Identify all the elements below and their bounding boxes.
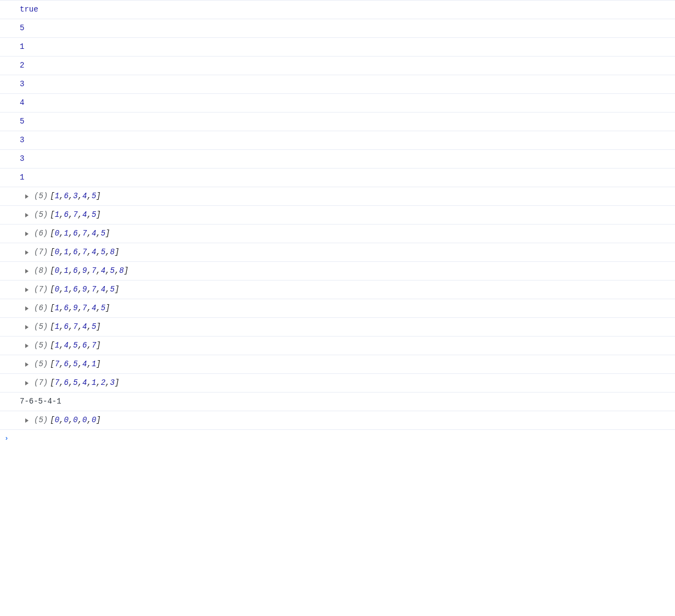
array-comma: , xyxy=(96,284,100,295)
array-item: 4 xyxy=(101,284,105,295)
expand-triangle-icon[interactable] xyxy=(25,269,29,273)
array-item: 6 xyxy=(64,321,68,333)
array-length: (5) xyxy=(34,209,48,221)
array-comma: , xyxy=(69,228,73,239)
array-open-bracket: [ xyxy=(50,284,54,295)
array-item: 5 xyxy=(101,303,105,314)
console-row: 5 xyxy=(0,19,675,38)
boolean-value: true xyxy=(20,4,38,15)
console-row[interactable]: (7) [0, 1, 6, 9, 7, 4, 5] xyxy=(0,281,675,299)
array-open-bracket: [ xyxy=(50,303,54,314)
array-comma: , xyxy=(69,340,73,351)
array-item: 5 xyxy=(92,321,96,333)
array-comma: , xyxy=(59,265,64,277)
array-comma: , xyxy=(59,359,64,370)
console-row[interactable]: (5) [1, 6, 7, 4, 5] xyxy=(0,206,675,225)
array-comma: , xyxy=(78,284,82,295)
array-item: 1 xyxy=(64,228,68,239)
array-item: 2 xyxy=(101,377,105,389)
array-comma: , xyxy=(87,247,91,258)
array-comma: , xyxy=(69,359,73,370)
array-item: 5 xyxy=(101,247,105,258)
array-close-bracket: ] xyxy=(105,228,110,239)
array-item: 6 xyxy=(73,228,77,239)
array-comma: , xyxy=(69,321,73,333)
array-comma: , xyxy=(105,247,110,258)
console-row[interactable]: (5) [1, 6, 7, 4, 5] xyxy=(0,318,675,337)
console-row[interactable]: (5) [7, 6, 5, 4, 1] xyxy=(0,355,675,374)
expand-triangle-icon[interactable] xyxy=(25,381,29,385)
array-comma: , xyxy=(78,228,82,239)
array-item: 1 xyxy=(64,284,68,295)
array-comma: , xyxy=(59,415,64,426)
expand-triangle-icon[interactable] xyxy=(25,306,29,311)
array-open-bracket: [ xyxy=(50,321,54,333)
expand-triangle-icon[interactable] xyxy=(25,288,29,292)
array-item: 4 xyxy=(82,191,87,202)
console-row[interactable]: (8) [0, 1, 6, 9, 7, 4, 5, 8] xyxy=(0,262,675,281)
array-open-bracket: [ xyxy=(50,377,54,389)
array-item: 7 xyxy=(92,340,96,351)
array-item: 7 xyxy=(82,228,87,239)
number-value: 3 xyxy=(20,135,24,146)
expand-triangle-icon[interactable] xyxy=(25,194,29,199)
expand-triangle-icon[interactable] xyxy=(25,213,29,217)
array-comma: , xyxy=(59,377,64,389)
array-item: 7 xyxy=(92,284,96,295)
array-open-bracket: [ xyxy=(50,415,54,426)
expand-triangle-icon[interactable] xyxy=(25,250,29,255)
array-close-bracket: ] xyxy=(96,359,100,370)
array-item: 0 xyxy=(64,415,68,426)
array-length: (5) xyxy=(34,359,48,370)
array-comma: , xyxy=(78,303,82,314)
array-item: 6 xyxy=(64,191,68,202)
console-row[interactable]: (6) [0, 1, 6, 7, 4, 5] xyxy=(0,225,675,243)
array-item: 7 xyxy=(55,359,59,370)
array-item: 1 xyxy=(92,359,96,370)
array-comma: , xyxy=(87,209,91,221)
expand-triangle-icon[interactable] xyxy=(25,418,29,423)
array-item: 1 xyxy=(92,377,96,389)
array-comma: , xyxy=(59,340,64,351)
number-value: 5 xyxy=(20,23,24,34)
array-item: 0 xyxy=(55,228,59,239)
expand-triangle-icon[interactable] xyxy=(25,325,29,329)
array-item: 8 xyxy=(110,247,115,258)
console-row: 5 xyxy=(0,113,675,131)
array-item: 7 xyxy=(73,209,77,221)
array-length: (5) xyxy=(34,340,48,351)
array-item: 6 xyxy=(64,359,68,370)
console-row[interactable]: (7) [0, 1, 6, 7, 4, 5, 8] xyxy=(0,243,675,262)
array-comma: , xyxy=(96,247,100,258)
number-value: 2 xyxy=(20,60,24,71)
console-row[interactable]: (7) [7, 6, 5, 4, 1, 2, 3] xyxy=(0,374,675,393)
array-item: 0 xyxy=(82,415,87,426)
array-close-bracket: ] xyxy=(96,340,100,351)
array-comma: , xyxy=(69,284,73,295)
array-item: 0 xyxy=(55,265,59,277)
console-row[interactable]: (5) [1, 6, 3, 4, 5] xyxy=(0,187,675,206)
array-item: 9 xyxy=(73,303,77,314)
array-close-bracket: ] xyxy=(115,377,119,389)
array-item: 6 xyxy=(73,284,77,295)
number-value: 1 xyxy=(20,172,24,183)
array-item: 1 xyxy=(55,209,59,221)
console-row[interactable]: (5) [0, 0, 0, 0, 0] xyxy=(0,411,675,430)
console-row[interactable]: (6) [1, 6, 9, 7, 4, 5] xyxy=(0,299,675,318)
number-value: 1 xyxy=(20,41,24,53)
expand-triangle-icon[interactable] xyxy=(25,232,29,236)
array-item: 0 xyxy=(55,415,59,426)
array-length: (7) xyxy=(34,284,48,295)
number-value: 3 xyxy=(20,153,24,165)
array-comma: , xyxy=(87,377,91,389)
console-row[interactable]: (5) [1, 4, 5, 6, 7] xyxy=(0,337,675,355)
array-item: 6 xyxy=(73,247,77,258)
console-prompt-row[interactable]: › xyxy=(0,430,675,447)
array-item: 4 xyxy=(82,209,87,221)
array-comma: , xyxy=(87,265,91,277)
expand-triangle-icon[interactable] xyxy=(25,344,29,348)
array-comma: , xyxy=(69,377,73,389)
array-comma: , xyxy=(87,191,91,202)
expand-triangle-icon[interactable] xyxy=(25,362,29,367)
array-item: 4 xyxy=(82,359,87,370)
